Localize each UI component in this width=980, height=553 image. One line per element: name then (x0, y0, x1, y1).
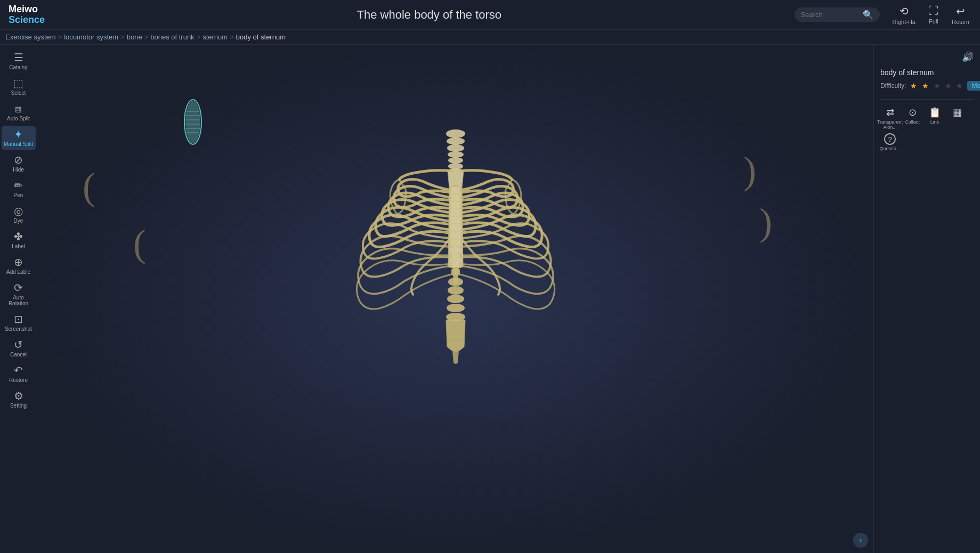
star-4: ★ (945, 82, 952, 90)
cancel-icon: ↺ (14, 339, 23, 350)
full-button[interactable]: ⛶ Full (928, 5, 939, 25)
sidebar-label-setting: Setting (10, 403, 27, 409)
right-toolbar: ⇄ Transparent Alon... ⊙ Collect 📋 Link ▦… (880, 107, 974, 151)
collect-tool[interactable]: ⊙ Collect (903, 107, 922, 130)
difficulty-row: Difficulty: ★ ★ ★ ★ ★ Modif (880, 81, 974, 91)
sidebar-label-manual-split: Manual Split (4, 141, 33, 147)
star-1: ★ (910, 82, 918, 90)
right-hand-label: Right-Ha (893, 19, 916, 25)
hide-icon: ⊘ (14, 154, 23, 165)
sidebar-label-pen: Pen (14, 192, 23, 198)
svg-point-11 (448, 151, 464, 158)
sacrum (446, 319, 465, 352)
auto-split-icon: ⧈ (15, 103, 22, 114)
search-bar[interactable]: 🔍 (795, 7, 880, 22)
setting-icon: ⚙ (14, 391, 23, 401)
pen-icon: ✏ (14, 180, 23, 191)
qrcode-icon: ▦ (953, 107, 962, 118)
question-icon: ? (884, 133, 896, 145)
svg-point-8 (446, 129, 465, 138)
breadcrumb-item-2[interactable]: bone (127, 33, 142, 41)
logo-science: Science (9, 15, 45, 26)
sidebar-item-restore[interactable]: ↶ Restore (2, 362, 36, 386)
svg-point-9 (447, 137, 465, 145)
auto-rotation-icon: ⟳ (14, 282, 23, 293)
select-icon: ⬚ (13, 78, 23, 88)
scroll-hint[interactable]: › (853, 533, 868, 548)
sidebar-item-label[interactable]: ✤ Label (2, 228, 36, 253)
sidebar-label-add-lable: Add Lable (6, 269, 30, 275)
sidebar: ☰ Catalog ⬚ Select ⧈ Auto Split ✦ Manual… (0, 45, 37, 553)
label-icon: ✤ (14, 231, 23, 242)
question-label: Questio... (880, 146, 901, 151)
qrcode-tool[interactable]: ▦ (947, 107, 967, 130)
sidebar-item-auto-rotation[interactable]: ⟳ Auto Rotation (2, 279, 36, 310)
search-input[interactable] (801, 11, 860, 19)
sidebar-item-hide[interactable]: ⊘ Hide (2, 151, 36, 176)
breadcrumb-item-1[interactable]: locomotor system (64, 33, 118, 41)
sidebar-label-label: Label (12, 243, 25, 249)
breadcrumb-item-3[interactable]: bones of trunk (150, 33, 194, 41)
header: Meiwo Science The whole body of the tors… (0, 0, 980, 30)
logo: Meiwo Science (0, 4, 64, 26)
dye-icon: ◎ (14, 206, 23, 216)
link-label: Link (930, 119, 939, 125)
modify-button[interactable]: Modif (967, 81, 980, 91)
breadcrumb-item-0[interactable]: Exercise system (5, 33, 56, 41)
catalog-icon: ☰ (14, 52, 23, 63)
star-3: ★ (934, 82, 941, 90)
rotate-arrow-right-bottom: ( (759, 210, 772, 248)
bone-name-title: body of sternum (880, 68, 974, 77)
right-hand-icon: ⟲ (900, 5, 909, 18)
sidebar-label-select: Select (11, 90, 26, 96)
skeleton-svg (344, 118, 568, 480)
breadcrumb-item-4[interactable]: sternum (203, 33, 228, 41)
star-5: ★ (956, 82, 963, 90)
volume-icon[interactable]: 🔊 (962, 51, 974, 63)
sidebar-label-screenshot: Screenshot (5, 326, 32, 332)
breadcrumb-sep-3: > (197, 33, 201, 41)
sidebar-item-screenshot[interactable]: ⊡ Screenshot (2, 311, 36, 335)
sidebar-item-manual-split[interactable]: ✦ Manual Split (2, 126, 36, 150)
link-tool[interactable]: 📋 Link (925, 107, 944, 130)
svg-point-26 (448, 278, 463, 286)
sidebar-item-auto-split[interactable]: ⧈ Auto Split (2, 100, 36, 125)
breadcrumb-item-5[interactable]: body of sternum (236, 33, 286, 41)
sidebar-item-catalog[interactable]: ☰ Catalog (2, 49, 36, 74)
sidebar-item-pen[interactable]: ✏ Pen (2, 177, 36, 201)
svg-point-1 (185, 101, 200, 143)
svg-point-29 (447, 304, 465, 312)
return-button[interactable]: ↩ Return (952, 5, 969, 25)
return-label: Return (952, 19, 969, 25)
sidebar-label-cancel: Cancel (10, 352, 27, 357)
logo-meiwo: Meiwo (9, 4, 45, 15)
svg-point-28 (447, 295, 464, 303)
rotate-arrow-left-bottom: ( (133, 231, 146, 270)
sidebar-item-select[interactable]: ⬚ Select (2, 75, 36, 99)
collect-label: Collect (905, 119, 920, 125)
search-icon: 🔍 (863, 10, 873, 20)
right-hand-button[interactable]: ⟲ Right-Ha (893, 5, 916, 25)
sidebar-item-cancel[interactable]: ↺ Cancel (2, 336, 36, 361)
add-lable-icon: ⊕ (14, 257, 23, 267)
svg-point-10 (447, 144, 464, 152)
main-3d-view[interactable]: ( ( ( ( (37, 45, 873, 553)
floating-bone-svg (181, 98, 205, 146)
svg-point-12 (448, 157, 463, 164)
clavicle-left (399, 170, 451, 180)
transparent-icon: ⇄ (886, 107, 894, 118)
sidebar-label-auto-rotation: Auto Rotation (4, 295, 34, 306)
difficulty-label: Difficulty: (880, 82, 906, 90)
return-icon: ↩ (956, 5, 965, 18)
star-2: ★ (922, 82, 929, 90)
restore-icon: ↶ (14, 365, 23, 376)
question-tool[interactable]: ? Questio... (880, 133, 900, 151)
cervical-vertebrae (446, 129, 465, 169)
lumbar-vertebrae (446, 278, 465, 321)
sidebar-item-setting[interactable]: ⚙ Setting (2, 387, 36, 412)
transparent-tool[interactable]: ⇄ Transparent Alon... (880, 107, 900, 130)
sidebar-item-dye[interactable]: ◎ Dye (2, 202, 36, 227)
transparent-label: Transparent Alon... (877, 119, 903, 130)
svg-point-27 (448, 286, 464, 295)
sidebar-item-add-lable[interactable]: ⊕ Add Lable (2, 254, 36, 278)
